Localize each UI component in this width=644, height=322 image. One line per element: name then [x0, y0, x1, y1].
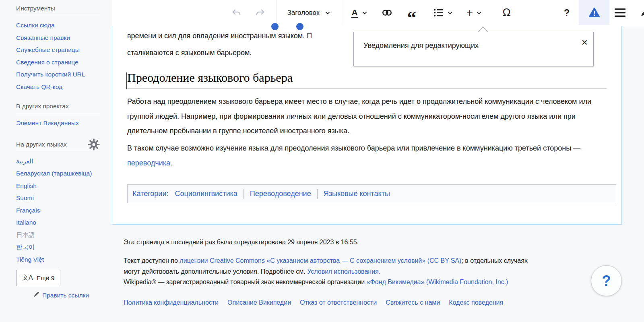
last-edited-text: Эта страница в последний раз была отреда…: [124, 239, 359, 246]
chevron-down-icon: [362, 10, 367, 16]
insert-plus-icon: +: [466, 6, 473, 19]
sidebar-item-special-pages[interactable]: Служебные страницы: [16, 44, 95, 56]
languages-list: العربية Беларуская (тарашкевіца) English…: [16, 155, 104, 266]
tools-list: Ссылки сюда Связанные правки Служебные с…: [16, 19, 104, 93]
paragraph-1: Работа над преодолением языкового барьер…: [127, 94, 606, 138]
paragraph-2-period: .: [170, 159, 172, 167]
insert-dropdown[interactable]: +: [461, 0, 487, 25]
language-link-french[interactable]: Français: [16, 204, 95, 217]
page-options-button[interactable]: [611, 0, 629, 25]
code-of-conduct-link[interactable]: Кодекс поведения: [449, 298, 503, 308]
undo-button[interactable]: [229, 0, 245, 25]
language-link-korean[interactable]: 한국어: [16, 241, 95, 254]
edit-interlanguage-links[interactable]: Править ссылки: [33, 291, 104, 299]
category-separator: [244, 189, 244, 199]
editor-notices-popup: Уведомления для редактирующих ×: [353, 32, 594, 66]
language-link-english[interactable]: English: [16, 180, 95, 192]
license-line-1: Текст доступен по лицензии Creative Comm…: [124, 256, 528, 266]
license-text: Текст доступен по лицензии Creative Comm…: [124, 256, 528, 288]
blockquote-button[interactable]: “: [402, 0, 421, 25]
editor-notices-button[interactable]: [579, 0, 609, 25]
text-style-dropdown[interactable]: A: [346, 0, 373, 25]
other-projects-list: Элемент Викиданных: [16, 117, 104, 130]
editor-toolbar: Заголовок A “ + Ω ?: [112, 0, 644, 26]
license-text-plain: Wikipedia® — зарегистрированный товарный…: [124, 279, 367, 285]
paragraph-2: В таком случае возможно изучение языка д…: [127, 141, 606, 170]
languages-heading: На других языках: [16, 141, 100, 151]
privacy-policy-link[interactable]: Политика конфиденциальности: [124, 298, 219, 308]
link-tool-indicator-dot: [271, 23, 279, 30]
edit-mode-switch[interactable]: [634, 0, 644, 25]
language-link-vietnamese[interactable]: Tiếng Việt: [16, 254, 95, 266]
link-button[interactable]: [378, 0, 396, 25]
contact-us-link[interactable]: Свяжитесь с нами: [386, 298, 440, 308]
sidebar: Инструменты Ссылки сюда Связанные правки…: [0, 0, 112, 322]
quote-icon: “: [407, 14, 417, 22]
sidebar-item-wikidata[interactable]: Элемент Викиданных: [16, 117, 95, 130]
warning-icon: [588, 7, 600, 18]
omega-icon: Ω: [502, 6, 510, 19]
help-button[interactable]: ?: [558, 0, 576, 25]
about-wikipedia-link[interactable]: Описание Википедии: [227, 298, 291, 308]
floating-help-button[interactable]: ?: [591, 265, 622, 296]
other-projects-heading: В других проектах: [16, 103, 100, 113]
terms-of-use-link[interactable]: Условия использования.: [307, 268, 380, 275]
format-dropdown-label: Заголовок: [287, 9, 320, 17]
sidebar-item-short-url[interactable]: Получить короткий URL: [16, 68, 95, 81]
paragraph-format-dropdown[interactable]: Заголовок: [280, 0, 338, 25]
sidebar-item-related-changes[interactable]: Связанные правки: [16, 32, 95, 44]
quote-tool-indicator-dot: [296, 23, 303, 30]
license-text-plain: ; в отдельных случаях: [461, 257, 528, 264]
sidebar-item-page-info[interactable]: Сведения о странице: [16, 56, 95, 69]
sidebar-item-whatlinkshere[interactable]: Ссылки сюда: [16, 19, 95, 32]
partial-line-2: сталкиваются с языковым барьером.: [127, 44, 312, 61]
toolbar-separator: [343, 0, 343, 25]
category-link-language-contacts[interactable]: Языковые контакты: [324, 190, 390, 198]
translator-link[interactable]: переводчика: [127, 159, 170, 167]
license-line-3: Wikipedia® — зарегистрированный товарный…: [124, 277, 528, 288]
category-link-sociolinguistics[interactable]: Социолингвистика: [175, 190, 237, 198]
popup-title: Уведомления для редактирующих: [363, 41, 479, 50]
categories-label[interactable]: Категории:: [132, 190, 168, 198]
sidebar-item-qr-code[interactable]: Скачать QR-код: [16, 81, 95, 93]
hamburger-menu-icon: [615, 8, 625, 17]
pencil-icon: [640, 8, 644, 18]
close-icon[interactable]: ×: [582, 37, 588, 47]
language-link-arabic[interactable]: العربية: [16, 155, 95, 168]
language-link-finnish[interactable]: Suomi: [16, 192, 95, 204]
languages-heading-label: На других языках: [16, 141, 67, 148]
list-dropdown[interactable]: [429, 0, 457, 25]
toolbar-separator: [276, 0, 277, 25]
paragraph-2-text: В таком случае возможно изучение языка д…: [127, 144, 580, 152]
cc-license-link[interactable]: лицензии Creative Commons «С указанием а…: [180, 257, 461, 264]
language-link-belarusian[interactable]: Беларуская (тарашкевіца): [16, 167, 95, 180]
help-icon: ?: [564, 7, 570, 19]
disclaimer-link[interactable]: Отказ от ответственности: [300, 298, 377, 308]
category-link-translation-studies[interactable]: Переводоведение: [250, 190, 311, 198]
category-separator: [317, 189, 318, 199]
categories-bar: Категории: Социолингвистика Переводоведе…: [127, 184, 616, 203]
license-text-plain: Текст доступен по: [124, 257, 180, 264]
special-character-button[interactable]: Ω: [497, 0, 516, 25]
pencil-small-icon: [33, 291, 40, 299]
section-heading: Преодоление языкового барьера: [127, 71, 607, 89]
text-style-icon: A: [351, 8, 357, 18]
license-line-2: могут действовать дополнительные условия…: [124, 266, 528, 277]
more-languages-label: Ещё 9: [37, 275, 55, 282]
partial-paragraph: времени и сил для овладения иностранным …: [127, 27, 312, 61]
edit-links-label: Править ссылки: [42, 292, 89, 299]
list-icon: [433, 8, 444, 17]
chevron-down-icon: [325, 10, 330, 16]
language-settings-gear-icon[interactable]: [88, 138, 100, 151]
license-text-plain: могут действовать дополнительные условия…: [124, 268, 307, 275]
languages-icon: 文A: [22, 274, 33, 282]
link-icon: [382, 7, 392, 18]
language-link-japanese[interactable]: 日本語: [16, 229, 95, 242]
language-link-italian[interactable]: Italiano: [16, 217, 95, 229]
chevron-down-icon: [476, 10, 482, 16]
redo-button[interactable]: [252, 0, 268, 25]
more-languages-button[interactable]: 文A Ещё 9: [16, 270, 60, 286]
tools-heading: Инструменты: [16, 5, 100, 15]
wikimedia-foundation-link[interactable]: «Фонд Викимедиа» (Wikimedia Foundation, …: [367, 279, 508, 285]
undo-icon: [231, 8, 242, 18]
